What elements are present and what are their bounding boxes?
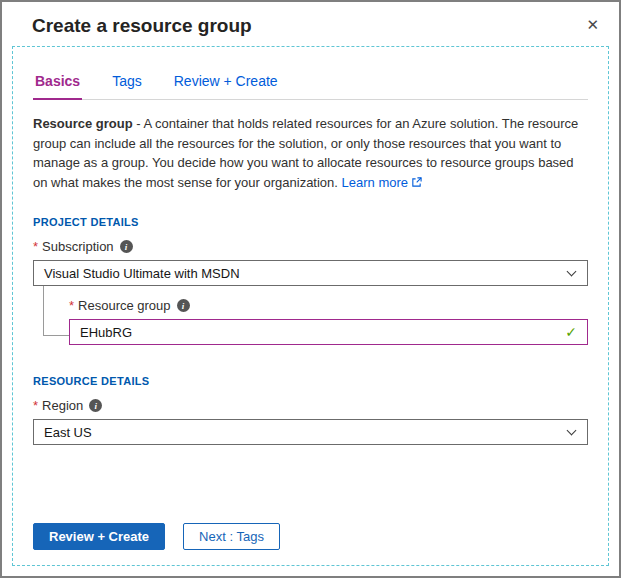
info-icon[interactable]: i (120, 240, 133, 253)
region-value: East US (44, 425, 92, 440)
section-header-project-details: PROJECT DETAILS (33, 216, 588, 228)
resource-group-input[interactable] (80, 325, 565, 340)
create-resource-group-dialog: Create a resource group ✕ Basics Tags Re… (0, 0, 621, 578)
valid-check-icon: ✓ (565, 324, 577, 340)
page-title: Create a resource group (32, 15, 252, 37)
info-icon[interactable]: i (177, 299, 190, 312)
required-asterisk: * (69, 298, 74, 313)
required-asterisk: * (33, 239, 38, 254)
region-dropdown[interactable]: East US (33, 419, 588, 445)
description-lead: Resource group (33, 116, 133, 131)
tab-basics[interactable]: Basics (33, 71, 82, 100)
resource-group-label-text: Resource group (78, 298, 171, 313)
tree-connector-vertical (43, 286, 44, 335)
section-header-resource-details: RESOURCE DETAILS (33, 375, 588, 387)
resource-group-label: * Resource group i (69, 298, 588, 313)
external-link-icon (411, 177, 422, 188)
subscription-value: Visual Studio Ultimate with MSDN (44, 266, 240, 281)
footer-buttons: Review + Create Next : Tags (33, 523, 280, 550)
chevron-down-icon (567, 267, 577, 277)
blade-content: Basics Tags Review + Create Resource gro… (12, 46, 609, 566)
next-tags-button[interactable]: Next : Tags (183, 523, 280, 550)
tree-connector-horizontal (43, 335, 69, 336)
subscription-label-text: Subscription (42, 239, 114, 254)
resource-group-input-wrapper: ✓ (69, 319, 588, 345)
tab-tags[interactable]: Tags (110, 71, 144, 99)
region-label: * Region i (33, 398, 588, 413)
resource-group-tree: * Resource group i ✓ (33, 286, 588, 345)
subscription-label: * Subscription i (33, 239, 588, 254)
learn-more-link[interactable]: Learn more (342, 175, 408, 190)
tab-bar: Basics Tags Review + Create (33, 71, 588, 100)
title-bar: Create a resource group ✕ (2, 2, 619, 37)
info-icon[interactable]: i (89, 399, 102, 412)
resource-group-section: * Resource group i ✓ (69, 286, 588, 345)
region-label-text: Region (42, 398, 83, 413)
tab-review-create[interactable]: Review + Create (172, 71, 280, 99)
subscription-dropdown[interactable]: Visual Studio Ultimate with MSDN (33, 260, 588, 286)
required-asterisk: * (33, 398, 38, 413)
close-icon[interactable]: ✕ (582, 15, 603, 34)
review-create-button[interactable]: Review + Create (33, 523, 165, 550)
chevron-down-icon (567, 426, 577, 436)
description-text: Resource group - A container that holds … (33, 114, 588, 192)
